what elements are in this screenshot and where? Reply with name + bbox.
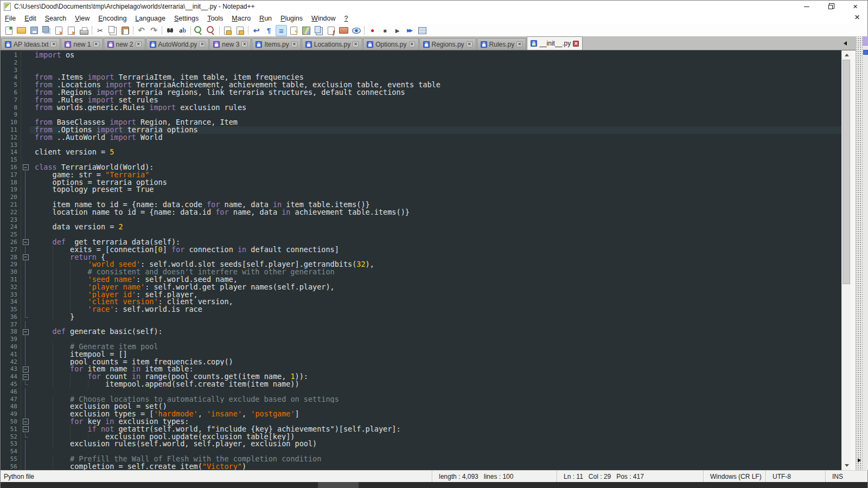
doc-switcher-icon[interactable]	[313, 25, 324, 36]
scrollbar-thumb[interactable]	[843, 60, 850, 284]
code-text: # Choose locations to automatically excl…	[30, 396, 841, 403]
word-wrap-icon[interactable]	[251, 25, 262, 36]
vertical-scrollbar[interactable]	[841, 50, 851, 470]
tab-rules-py[interactable]: Rules.py✕	[477, 38, 527, 50]
scroll-down-button[interactable]	[842, 461, 851, 470]
folder-workspace-icon[interactable]	[338, 25, 349, 36]
menu-tools[interactable]: Tools	[203, 12, 227, 24]
eye-icon[interactable]	[350, 25, 362, 36]
tab-regions-py[interactable]: Regions.py✕	[419, 38, 476, 50]
menu-plugins[interactable]: Plugins	[276, 12, 307, 24]
tab-close-icon[interactable]: ✕	[241, 41, 247, 47]
menu-help[interactable]: ?	[340, 12, 353, 24]
find-icon[interactable]	[164, 25, 176, 36]
macro-record-icon[interactable]	[367, 25, 378, 36]
tab-locations-py[interactable]: Locations.py✕	[302, 38, 362, 50]
document-map-icon[interactable]	[301, 25, 312, 36]
tab-close-icon[interactable]: ✕	[291, 41, 297, 47]
copy-icon[interactable]	[107, 25, 118, 36]
zoom-in-icon[interactable]	[193, 25, 205, 36]
replace-icon[interactable]	[177, 25, 188, 36]
tab-items-py[interactable]: Items.py✕	[252, 38, 301, 50]
sync-vertical-icon[interactable]	[222, 25, 233, 36]
menu-settings[interactable]: Settings	[170, 12, 203, 24]
save-icon[interactable]	[28, 25, 40, 36]
status-insert-mode: INS	[825, 471, 867, 482]
fold-marker-icon[interactable]	[21, 239, 30, 246]
restore-button[interactable]	[819, 1, 843, 12]
menu-language[interactable]: Language	[131, 12, 170, 24]
undo-icon[interactable]	[136, 25, 147, 36]
token: 0	[158, 246, 163, 254]
close-doc-icon[interactable]	[53, 25, 65, 36]
tab-options-py[interactable]: Options.py✕	[363, 38, 418, 50]
save-all-icon[interactable]	[41, 25, 52, 36]
close-button[interactable]: ✕	[843, 1, 867, 12]
show-all-characters-icon[interactable]	[263, 25, 275, 36]
fold-marker-icon[interactable]	[21, 418, 30, 426]
tab-close-icon[interactable]: ✕	[516, 41, 522, 47]
menu-file[interactable]: File	[1, 12, 20, 24]
fold-marker-icon[interactable]	[21, 254, 30, 261]
menu-macro[interactable]: Macro	[227, 12, 255, 24]
token: 'player_name'	[88, 284, 145, 291]
code-editor[interactable]: 1import os234from .Items import Terraria…	[1, 50, 841, 470]
line-number: 14	[1, 149, 21, 156]
expand-right-icon[interactable]	[858, 458, 861, 463]
close-all-icon[interactable]	[66, 25, 77, 36]
tab-new-1[interactable]: new 1✕	[61, 38, 103, 50]
tab-close-icon[interactable]: ✕	[50, 41, 56, 47]
tab-scroll-left-icon[interactable]	[844, 41, 847, 46]
macro-save-icon[interactable]	[417, 25, 428, 36]
redo-icon[interactable]	[148, 25, 159, 36]
fold-marker-icon[interactable]	[21, 365, 30, 373]
function-list-icon[interactable]	[326, 25, 337, 36]
docked-panel-sliver	[863, 36, 868, 470]
macro-stop-icon[interactable]	[379, 25, 391, 36]
fold-marker-icon[interactable]	[21, 373, 30, 381]
minimize-button[interactable]	[794, 1, 819, 12]
tab-new-2[interactable]: new 2✕	[104, 38, 145, 50]
tab-close-icon[interactable]: ✕	[353, 41, 359, 47]
sync-horizontal-icon[interactable]	[234, 25, 246, 36]
tab--init-py[interactable]: __init__.py✕	[527, 36, 583, 50]
fold-marker-icon[interactable]	[21, 426, 30, 433]
status-eol: Windows (CR LF)	[703, 471, 765, 482]
tab-close-icon[interactable]: ✕	[93, 41, 99, 47]
menu-edit[interactable]: Edit	[20, 12, 41, 24]
tab-close-icon[interactable]: ✕	[136, 41, 142, 47]
macro-run-multiple-icon[interactable]	[404, 25, 416, 36]
new-file-icon[interactable]	[3, 25, 15, 36]
token: from	[35, 74, 53, 81]
open-folder-icon[interactable]	[16, 25, 27, 36]
close-document-x-icon[interactable]: ✕	[854, 14, 860, 21]
splitter-grip[interactable]	[856, 36, 863, 470]
menu-encoding[interactable]: Encoding	[94, 12, 131, 24]
tab-ap-ideas-txt[interactable]: AP Ideas.txt✕	[1, 38, 60, 50]
fold-marker-icon[interactable]	[21, 328, 30, 336]
line-number: 9	[1, 111, 21, 119]
tab-close-icon[interactable]: ✕	[467, 41, 473, 47]
tab-close-icon[interactable]: ✕	[573, 41, 579, 47]
tab-new-3[interactable]: new 3✕	[209, 38, 251, 50]
fold-marker-icon[interactable]	[21, 164, 30, 171]
tab-close-icon[interactable]: ✕	[409, 41, 415, 47]
line-number: 48	[1, 403, 21, 410]
doc-lightning-icon[interactable]	[288, 25, 299, 36]
cut-icon[interactable]	[94, 25, 106, 36]
tab-autoworld-py[interactable]: AutoWorld.py✕	[146, 38, 209, 50]
menu-run[interactable]: Run	[255, 12, 276, 24]
indent-guide-icon[interactable]	[276, 25, 287, 36]
menu-view[interactable]: View	[71, 12, 94, 24]
title-bar[interactable]: C:\Users\Dood\Documents\tmp\Archipelago\…	[1, 1, 867, 12]
print-icon[interactable]	[78, 25, 90, 36]
tab-close-icon[interactable]: ✕	[199, 41, 205, 47]
line-number: 30	[1, 268, 21, 276]
zoom-out-icon[interactable]	[206, 25, 217, 36]
macro-play-icon[interactable]	[392, 25, 403, 36]
menu-window[interactable]: Window	[307, 12, 340, 24]
paste-icon[interactable]	[119, 25, 131, 36]
scroll-up-button[interactable]	[842, 50, 851, 60]
token: from	[35, 97, 53, 104]
menu-search[interactable]: Search	[41, 12, 71, 24]
